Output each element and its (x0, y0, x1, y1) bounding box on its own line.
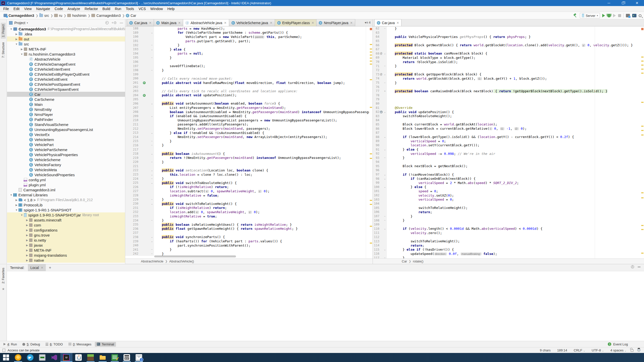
tree-item-spigot-1-9-r0-1-snapshot-jar[interactable]: ▼spigot-1.9-R0.1-SNAPSHOT.jarlibrary roo… (7, 212, 125, 217)
breadcrumb-item[interactable]: ru❯ (54, 14, 66, 18)
stripe-mark[interactable] (370, 28, 372, 30)
stripe-mark[interactable] (370, 58, 372, 59)
tree-item-ru-hoshimin-carmageddon3[interactable]: ▼ru.hoshimin.Carmageddon3 (7, 52, 125, 57)
tool-button-project[interactable]: 1: Project (1, 23, 6, 39)
tree-item-vehiclesoundproperties[interactable]: CVehicleSoundProperties (7, 172, 125, 177)
tree-item-native[interactable]: ▶native (7, 258, 125, 263)
stripe-mark[interactable] (641, 73, 643, 74)
close-icon[interactable]: ✕ (350, 21, 353, 25)
tree-item-vehiclephysicalproperties[interactable]: CVehiclePhysicalProperties (7, 152, 125, 157)
tab-entityplayer-class[interactable]: CEntityPlayer.class✕ (275, 19, 317, 26)
run-button[interactable] (602, 14, 605, 17)
tree-item-nmsplayer[interactable]: CNmsPlayer (7, 112, 125, 117)
tool-button-structure[interactable]: 7: Structure (2, 42, 5, 58)
stripe-mark[interactable] (370, 49, 372, 50)
project-structure-icon[interactable] (626, 14, 630, 17)
intellij-idea-icon[interactable]: IJ (60, 353, 72, 362)
terminal-tab-local[interactable]: Local✕ (28, 264, 46, 271)
stripe-mark[interactable] (370, 158, 372, 159)
stripe-mark[interactable] (370, 79, 372, 80)
highlighting-level-icon[interactable] (637, 348, 640, 352)
minimize-button[interactable] (602, 0, 616, 6)
visual-studio-icon[interactable] (48, 353, 60, 362)
menu-analyze[interactable]: Analyze (65, 6, 83, 12)
menu-navigate[interactable]: Navigate (34, 6, 52, 12)
notes-icon[interactable] (109, 353, 121, 362)
tree-item-src[interactable]: ▼src (7, 41, 125, 47)
menu-tools[interactable]: Tools (124, 6, 136, 12)
tree-item-c3vehiclepostspawnevent[interactable]: CC3VehiclePostSpawnEvent (7, 82, 125, 87)
editor-breadcrumb[interactable]: AbstractVehicle❯AbstractVehicle() (125, 258, 373, 264)
inspection-hint-icon[interactable] (3, 349, 5, 352)
tree-item-configurations[interactable]: ▶configurations (7, 228, 125, 233)
project-panel-header[interactable]: Project ▾ ÷ — (7, 19, 125, 26)
error-stripe[interactable] (640, 26, 644, 258)
stripe-mark[interactable] (370, 52, 372, 53)
menu-window[interactable]: Window (148, 6, 165, 12)
menu-code[interactable]: Code (52, 6, 65, 12)
menu-run[interactable]: Run (112, 6, 124, 12)
stripe-mark[interactable] (641, 134, 643, 135)
tree-item-standvisualscheme[interactable]: CStandVisualScheme (7, 122, 125, 127)
tree-item-gnu-trove[interactable]: ▶gnu.trove (7, 233, 125, 238)
close-icon[interactable]: ✕ (311, 21, 314, 25)
tree-item-javax[interactable]: ▶javax (7, 243, 125, 248)
menu-view[interactable]: View (22, 6, 34, 12)
start-button[interactable] (0, 353, 12, 362)
stripe-mark[interactable] (641, 102, 643, 103)
minecraft-icon[interactable] (85, 353, 97, 362)
status-widget-utf-8[interactable]: UTF-8⌄ (592, 348, 604, 352)
breadcrumb-item[interactable]: Carmageddon3❯ (91, 14, 125, 18)
tree-item-abstractvehicle[interactable]: CAbstractVehicle (7, 57, 125, 62)
coverage-button[interactable] (613, 14, 616, 17)
overrides-marker-icon[interactable]: ▲ (380, 111, 383, 113)
tree-item-c3vehicleenterevent[interactable]: CC3VehicleEnterEvent (7, 67, 125, 72)
calculator-icon[interactable] (121, 353, 133, 362)
stripe-mark[interactable] (641, 65, 643, 66)
tree-item-car[interactable]: CCar (7, 92, 125, 97)
tree-item-protocollib[interactable]: ▶ProtocolLib (7, 202, 125, 207)
tree-item-vehiclesmeta[interactable]: CVehiclesMeta (7, 167, 125, 172)
stripe-mark[interactable] (370, 64, 372, 65)
stripe-mark[interactable] (370, 200, 372, 201)
tree-item-config-yml[interactable]: config.yml (7, 177, 125, 182)
tree-item-com[interactable]: ▶com (7, 222, 125, 228)
java-icon[interactable] (72, 353, 85, 362)
collapse-all-icon[interactable]: ÷ (112, 21, 113, 25)
tree-item-c3vehicleexitevent[interactable]: CC3VehicleExitEvent (7, 77, 125, 82)
stripe-mark[interactable] (641, 28, 643, 30)
editor-breadcrumb[interactable]: Car❯rotate() (373, 258, 644, 264)
build-hammer-icon[interactable] (573, 13, 578, 18)
status-widget-189-14[interactable]: 189:14 (557, 348, 567, 352)
restore-button[interactable] (616, 0, 630, 6)
status-widget-9-chars[interactable]: 9 chars (540, 348, 551, 352)
tree-item-c3vehicleprespawnevent[interactable]: CC3VehiclePreSpawnEvent (7, 87, 125, 92)
tree-item-spigot-1-9-r0-1-snapshot[interactable]: ▼spigot-1.9-R0.1-SNAPSHOT (7, 207, 125, 212)
file-explorer-icon[interactable] (97, 353, 109, 362)
close-icon[interactable]: ✕ (270, 21, 272, 25)
tool-button-5-debug[interactable]: 5: Debug (20, 342, 42, 347)
tree-item-c3vehicledamageevent[interactable]: CC3VehicleDamageEvent (7, 62, 125, 67)
tab-vehiclescheme-java[interactable]: CVehicleScheme.java✕ (229, 19, 275, 26)
tree-item-out[interactable]: ▶out (7, 36, 125, 41)
tree-item-pathfinder[interactable]: CPathFinder (7, 117, 125, 122)
console-icon[interactable] (632, 14, 636, 17)
tool-button-favorites[interactable]: 2: Favorites (2, 268, 5, 284)
hidden-tabs-dropdown[interactable]: ▾≡ 4 (365, 21, 371, 24)
stripe-mark[interactable] (641, 57, 643, 58)
menu-edit[interactable]: Edit (11, 6, 22, 12)
close-button[interactable]: ✕ (630, 0, 644, 6)
tab-car-java[interactable]: CCar.java✕ (374, 19, 401, 26)
tab-nmsplayer-java[interactable]: CNmsPlayer.java✕ (316, 19, 355, 26)
tree-item-vehiclepartscheme[interactable]: CVehiclePartScheme (7, 147, 125, 152)
tree-item-vehiclesfactory[interactable]: CVehiclesFactory (7, 162, 125, 167)
breadcrumb-item[interactable]: rotate() (413, 259, 423, 263)
tree-item-meta-inf[interactable]: ▶META-INF (7, 248, 125, 253)
stripe-mark[interactable] (370, 226, 372, 227)
tree-item-mojang-translations[interactable]: ▶mojang-translations (7, 253, 125, 258)
close-icon[interactable]: ✕ (396, 21, 399, 25)
hide-terminal-icon[interactable] (638, 267, 640, 267)
close-icon[interactable]: ✕ (41, 266, 43, 269)
tree-item-carmageddon3-iml[interactable]: Carmageddon3.iml (7, 187, 125, 192)
status-widget-4-spaces[interactable]: 4 spaces⌄ (610, 348, 626, 352)
